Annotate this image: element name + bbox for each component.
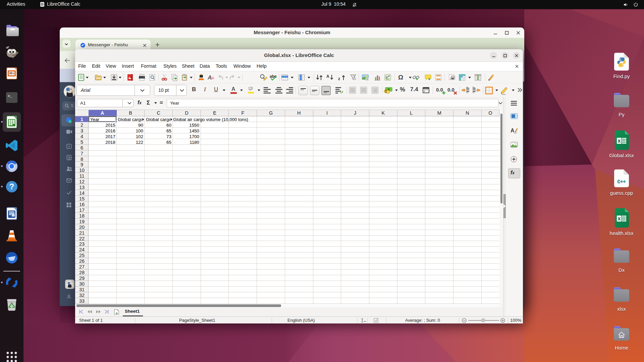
svg-text:?: ? [9,182,14,191]
svg-text:A: A [326,74,329,79]
svg-text:>_: >_ [8,94,12,98]
svg-text:Ω: Ω [398,74,403,81]
svg-text:A: A [511,128,515,133]
svg-text:C++: C++ [617,179,626,184]
svg-text:9: 9 [68,145,70,148]
svg-text:z: z [338,76,340,81]
